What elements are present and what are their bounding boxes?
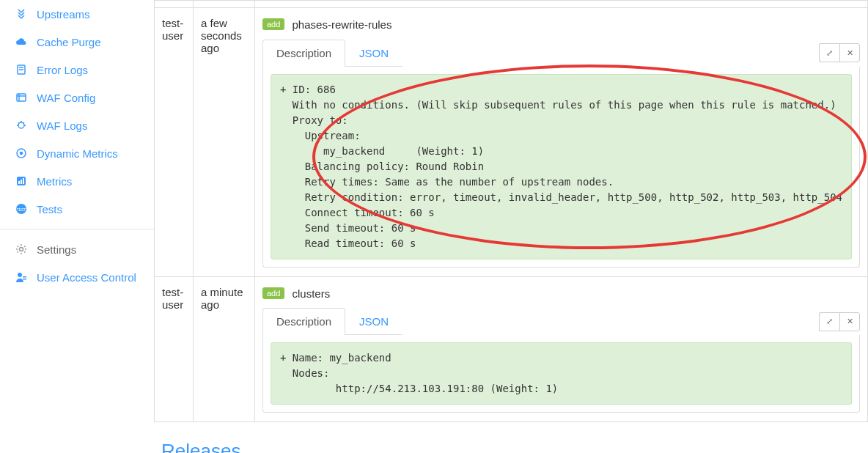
- upstreams-icon: [15, 7, 28, 21]
- change-row: test-user a few seconds ago add phases-r…: [155, 8, 868, 277]
- change-tabs: Description JSON: [262, 308, 402, 335]
- sidebar-item-error-logs[interactable]: Error Logs: [0, 56, 154, 84]
- change-tabs: Description JSON: [262, 40, 402, 67]
- change-title: phases-rewrite-rules: [293, 18, 392, 31]
- cloud-icon: [15, 35, 28, 48]
- add-tag: add: [262, 18, 284, 30]
- sidebar-item-label: Tests: [37, 203, 62, 216]
- user-icon: [15, 270, 28, 284]
- close-button[interactable]: ✕: [839, 43, 860, 62]
- change-detail: add phases-rewrite-rules Description JSO…: [254, 8, 867, 277]
- sidebar-item-dynamic-metrics[interactable]: Dynamic Metrics: [0, 139, 154, 167]
- svg-rect-16: [21, 180, 22, 184]
- svg-rect-3: [17, 94, 26, 101]
- tab-json[interactable]: JSON: [345, 308, 402, 334]
- bug-icon: [15, 119, 28, 132]
- sidebar-item-label: Error Logs: [37, 64, 88, 76]
- list-icon: [15, 91, 28, 104]
- sidebar-item-label: Cache Purge: [37, 36, 101, 48]
- sidebar-item-cache-purge[interactable]: Cache Purge: [0, 28, 154, 56]
- gear-icon: [15, 243, 28, 256]
- close-button[interactable]: ✕: [839, 312, 860, 331]
- change-time: a minute ago: [194, 276, 255, 422]
- expand-button[interactable]: ⤢: [819, 43, 839, 62]
- svg-rect-22: [23, 276, 26, 278]
- svg-rect-17: [23, 178, 24, 184]
- sidebar-item-waf-config[interactable]: WAF Config: [0, 84, 154, 111]
- sidebar-item-tests[interactable]: TEST Tests: [0, 195, 154, 223]
- sidebar-item-label: Upstreams: [37, 8, 90, 21]
- sidebar-item-waf-logs[interactable]: WAF Logs: [0, 111, 154, 139]
- tab-description[interactable]: Description: [262, 40, 345, 67]
- sidebar-item-settings[interactable]: Settings: [0, 235, 154, 263]
- change-time: a few seconds ago: [194, 8, 255, 277]
- tab-description[interactable]: Description: [262, 308, 345, 335]
- changes-table: test-user a few seconds ago add phases-r…: [154, 0, 868, 422]
- svg-rect-15: [18, 181, 20, 184]
- svg-line-10: [18, 122, 20, 124]
- change-user: test-user: [155, 276, 194, 422]
- svg-point-13: [21, 152, 23, 155]
- heartbeat-icon: [15, 147, 28, 160]
- svg-text:TEST: TEST: [17, 207, 26, 212]
- chart-icon: [15, 174, 28, 188]
- sidebar-item-label: Settings: [37, 243, 76, 256]
- main-content: test-user a few seconds ago add phases-r…: [154, 0, 868, 453]
- file-icon: [15, 63, 28, 76]
- change-detail: add clusters Description JSON ⤢ ✕: [254, 276, 867, 422]
- svg-point-21: [18, 273, 22, 277]
- test-icon: TEST: [15, 202, 28, 216]
- tab-json[interactable]: JSON: [345, 40, 402, 66]
- change-title: clusters: [293, 287, 331, 299]
- sidebar-item-upstreams[interactable]: Upstreams: [0, 0, 154, 28]
- sidebar-item-user-access[interactable]: User Access Control: [0, 263, 154, 291]
- sidebar-item-label: User Access Control: [37, 271, 136, 284]
- change-user: test-user: [155, 8, 194, 277]
- sidebar-divider: [0, 229, 154, 229]
- sidebar-item-metrics[interactable]: Metrics: [0, 167, 154, 195]
- add-tag: add: [262, 287, 284, 299]
- sidebar-item-label: Metrics: [37, 175, 72, 188]
- svg-line-11: [23, 122, 25, 124]
- svg-rect-23: [23, 279, 26, 280]
- sidebar-item-label: WAF Logs: [37, 119, 87, 132]
- change-code: + Name: my_backend Nodes: http://54.213.…: [271, 342, 852, 405]
- sidebar-item-label: WAF Config: [37, 92, 95, 104]
- expand-button[interactable]: ⤢: [819, 312, 839, 331]
- releases-heading: Releases: [161, 440, 868, 453]
- sidebar-item-label: Dynamic Metrics: [37, 147, 118, 160]
- sidebar: Upstreams Cache Purge Error Logs WAF Con…: [0, 0, 154, 453]
- svg-point-20: [20, 248, 23, 251]
- change-code: + ID: 686 With no conditions. (Will skip…: [271, 74, 852, 259]
- change-row: test-user a minute ago add clusters Desc…: [155, 276, 868, 422]
